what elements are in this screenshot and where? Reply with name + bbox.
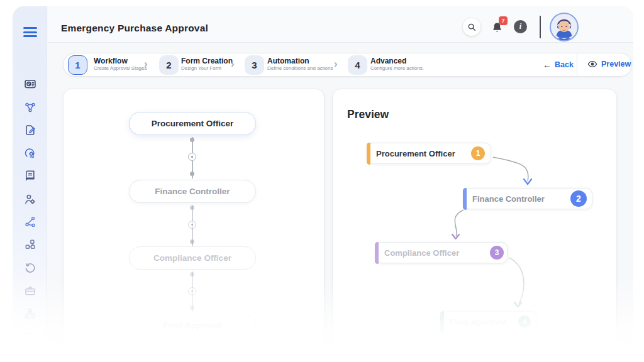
preview-node-2-label: Finance Controller	[472, 194, 545, 204]
ledger-icon[interactable]	[24, 169, 36, 182]
preview-node-2-number: 2	[570, 190, 587, 207]
step-1-badge[interactable]: 1	[68, 55, 87, 75]
stage-pill[interactable]: Finance Controller	[129, 180, 256, 203]
stage-pill[interactable]: Compliance Officer	[129, 246, 256, 270]
team-settings-icon[interactable]	[24, 193, 36, 206]
chevron-right-icon: ›	[334, 58, 338, 70]
step-2[interactable]: Form Creation Design Your Form	[181, 57, 233, 72]
form-editor-icon[interactable]	[24, 124, 36, 136]
stage-pill[interactable]: Procurement Officer	[129, 112, 256, 135]
preview-node-1-label: Procurement Officer	[376, 149, 455, 158]
preview-node-1-number: 1	[471, 146, 485, 160]
step-4-label: Advanced	[370, 57, 424, 65]
connector-node[interactable]	[188, 221, 196, 229]
step-2-label: Form Creation	[181, 57, 233, 65]
step-1-sublabel: Create Approval Stages	[94, 65, 147, 72]
stage-pill[interactable]: Final Approval	[129, 314, 256, 337]
stepper-bar: 1 Workflow Create Approval Stages › 2 Fo…	[63, 53, 632, 77]
preview-node-3-label: Compliance Officer	[384, 248, 459, 258]
connector-node[interactable]	[188, 287, 196, 295]
step-4-sublabel: Configure more actions.	[370, 65, 424, 72]
preview-node-4[interactable]: Final Approval 4	[441, 311, 536, 332]
more-chevron-icon[interactable]	[24, 327, 36, 340]
preview-panel-title: Preview	[347, 108, 389, 121]
connector-dot	[190, 272, 194, 277]
sidebar	[13, 6, 47, 362]
preview-button[interactable]: Preview	[587, 59, 631, 69]
org-chart-icon[interactable]	[24, 307, 36, 320]
workflow-canvas: Procurement Officer Finance Controller C…	[63, 89, 325, 362]
connector-dot	[190, 206, 194, 210]
connector-dot	[190, 239, 194, 244]
workflow-icon[interactable]	[24, 101, 36, 114]
chevron-right-icon: ›	[144, 58, 148, 70]
connector-dot	[190, 172, 194, 176]
modules-icon[interactable]	[24, 238, 36, 251]
back-arrow-icon: ←	[543, 60, 552, 70]
chevron-right-icon: ›	[231, 58, 235, 70]
back-label: Back	[555, 60, 574, 69]
step-1[interactable]: Workflow Create Approval Stages	[94, 57, 147, 72]
briefcase-icon[interactable]	[24, 285, 36, 297]
step-2-sublabel: Design Your Form	[181, 65, 233, 72]
step-1-label: Workflow	[94, 57, 147, 65]
info-icon[interactable]: i	[514, 20, 527, 33]
search-icon[interactable]	[463, 18, 480, 36]
preview-node-4-number: 4	[518, 315, 531, 328]
history-icon[interactable]	[24, 261, 36, 274]
preview-node-3-number: 3	[490, 246, 504, 260]
connector-node[interactable]	[188, 153, 196, 161]
user-config-icon[interactable]	[24, 146, 36, 159]
step-4-badge[interactable]: 4	[348, 55, 367, 75]
eye-icon	[587, 59, 597, 69]
back-button[interactable]: ← Back	[543, 60, 574, 70]
step-3[interactable]: Automation Define conditions and actions	[267, 57, 333, 72]
notification-count-badge: 7	[499, 16, 508, 25]
step-2-badge[interactable]: 2	[159, 55, 179, 75]
step-4[interactable]: Advanced Configure more actions.	[370, 57, 424, 72]
time-tracker-icon[interactable]	[24, 78, 36, 90]
preview-node-1[interactable]: Procurement Officer 1	[367, 143, 491, 164]
share-nodes-icon[interactable]	[24, 216, 36, 228]
page-title: Emergency Purchase Approval	[61, 23, 208, 34]
app-window: Emergency Purchase Approval 7 i 1	[13, 6, 633, 362]
connector-dot	[190, 305, 194, 310]
step-3-sublabel: Define conditions and actions	[267, 65, 333, 72]
header-divider	[540, 16, 541, 38]
preview-node-4-label: Final Approval	[450, 317, 506, 327]
preview-node-3[interactable]: Compliance Officer 3	[375, 242, 508, 263]
preview-node-2[interactable]: Finance Controller 2	[464, 188, 592, 209]
preview-panel: Preview Procurement Officer 1 Finance Co…	[332, 89, 617, 362]
screen: Emergency Purchase Approval 7 i 1	[0, 0, 644, 362]
connector-dot	[190, 138, 194, 142]
hamburger-menu-icon[interactable]	[23, 27, 37, 37]
preview-label: Preview	[601, 60, 631, 69]
step-3-label: Automation	[267, 57, 333, 65]
user-avatar[interactable]	[550, 13, 579, 41]
step-3-badge[interactable]: 3	[245, 55, 264, 75]
stepper-divider	[577, 53, 577, 76]
